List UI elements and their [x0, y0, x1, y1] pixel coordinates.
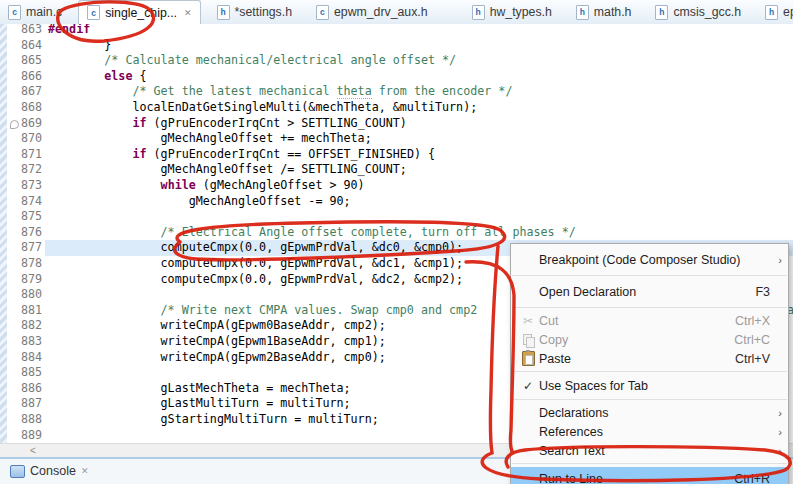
code-text: /* Get the latest mechanical theta from … — [48, 84, 512, 100]
cut-icon: ✂ — [517, 314, 539, 328]
line-number[interactable]: 866 — [8, 69, 42, 85]
line-number[interactable]: 868 — [8, 100, 42, 116]
menu-item-open-declaration[interactable]: Open DeclarationF3 — [511, 279, 788, 304]
menu-item-label: Use Spaces for Tab — [539, 379, 770, 393]
line-number[interactable]: 872 — [8, 162, 42, 178]
line-number[interactable]: 886 — [8, 381, 42, 397]
code-line-869[interactable]: 869 if (gPruEncoderIrqCnt > SETTLING_COU… — [0, 116, 793, 132]
code-line-863[interactable]: 863#endif — [0, 24, 793, 38]
menu-item-cut: ✂CutCtrl+X — [511, 311, 788, 330]
file-h-icon: h — [655, 5, 668, 20]
line-number[interactable]: 887 — [8, 396, 42, 412]
line-number[interactable]: 871 — [8, 147, 42, 163]
console-tab-label: Console — [30, 464, 76, 478]
code-line-866[interactable]: 866 else { — [0, 69, 793, 85]
line-number[interactable]: 883 — [8, 334, 42, 350]
line-number[interactable]: 878 — [8, 256, 42, 272]
menu-item-label: Cut — [539, 314, 725, 328]
code-line-867[interactable]: 867 /* Get the latest mechanical theta f… — [0, 84, 793, 100]
line-number[interactable]: 863 — [8, 24, 42, 38]
line-number[interactable]: 870 — [8, 131, 42, 147]
console-icon — [10, 465, 25, 478]
editor-tab-hw-types-h[interactable]: hhw_types.h — [464, 0, 560, 24]
code-text: writeCmpA(gEpwm0BaseAddr, cmp2); — [48, 318, 386, 334]
menu-item-shortcut: Ctrl+V — [735, 352, 770, 366]
file-h-icon: h — [472, 5, 485, 20]
code-line-870[interactable]: 870 gMechAngleOffset += mechTheta; — [0, 131, 793, 147]
code-line-871[interactable]: 871 if (gPruEncoderIrqCnt == OFFSET_FINI… — [0, 147, 793, 163]
line-number[interactable]: 889 — [8, 428, 42, 443]
tab-label: single_chip... — [105, 6, 177, 20]
line-number[interactable]: 876 — [8, 225, 42, 241]
code-line-876[interactable]: 876 /* Electrical Angle offset complete,… — [0, 225, 793, 241]
editor-tab--settings-h[interactable]: h*settings.h — [209, 0, 300, 24]
code-text: writeCmpA(gEpwm2BaseAddr, cmp0); — [48, 350, 386, 366]
code-text: computeCmpx(0.0, gEpwmPrdVal, &dc1, &cmp… — [48, 256, 463, 272]
code-text: while (gMechAngleOffset > 90) — [48, 178, 365, 194]
line-number[interactable]: 867 — [8, 84, 42, 100]
code-line-874[interactable]: 874 gMechAngleOffset -= 90; — [0, 194, 793, 210]
menu-item-breakpoint-code-composer-studio-[interactable]: Breakpoint (Code Composer Studio)› — [511, 247, 788, 272]
menu-item-run-to-line[interactable]: Run to LineCtrl+R — [511, 467, 788, 484]
tab-console[interactable]: Console ✕ — [2, 461, 96, 481]
line-number[interactable]: 877 — [8, 240, 42, 256]
menu-separator — [512, 399, 787, 400]
menu-item-use-spaces-for-tab[interactable]: ✓Use Spaces for Tab — [511, 375, 788, 396]
code-text: gMechAngleOffset /= SETTLING_COUNT; — [48, 162, 407, 178]
line-number[interactable]: 865 — [8, 53, 42, 69]
editor-tab-epwm-drv-aux-h[interactable]: hepwm_drv_aux.h — [757, 0, 793, 24]
file-c-icon: c — [87, 5, 100, 20]
code-line-865[interactable]: 865 /* Calculate mechanical/electrical a… — [0, 53, 793, 69]
close-icon[interactable]: ✕ — [81, 466, 89, 476]
editor-tab-math-h[interactable]: hmath.h — [568, 0, 640, 24]
code-text: /* Electrical Angle offset complete, tur… — [48, 225, 576, 241]
submenu-arrow-icon: › — [770, 445, 782, 457]
line-number[interactable]: 882 — [8, 318, 42, 334]
file-h-icon: h — [765, 5, 778, 20]
line-number[interactable]: 874 — [8, 194, 42, 210]
editor-tab-cmsis-gcc-h[interactable]: hcmsis_gcc.h — [647, 0, 749, 24]
file-c-icon: c — [8, 5, 21, 20]
code-text: computeCmpx(0.0, gEpwmPrdVal, &dc2, &cmp… — [48, 272, 463, 288]
editor-tab-single-chip-[interactable]: csingle_chip...✕ — [78, 0, 200, 24]
menu-item-label: Copy — [539, 333, 724, 347]
line-number[interactable]: 884 — [8, 350, 42, 366]
file-c-icon: c — [316, 5, 329, 20]
line-number[interactable]: 885 — [8, 365, 42, 381]
code-text: /* Write next CMPA values. Swap cmp0 and… — [48, 303, 477, 319]
line-number[interactable]: 881 — [8, 303, 42, 319]
file-h-icon: h — [217, 5, 230, 20]
line-number[interactable]: 880 — [8, 287, 42, 303]
menu-item-declarations[interactable]: Declarations› — [511, 403, 788, 422]
context-menu: Breakpoint (Code Composer Studio)›Open D… — [510, 243, 789, 484]
code-line-868[interactable]: 868 localEnDatGetSingleMulti(&mechTheta,… — [0, 100, 793, 116]
code-line-872[interactable]: 872 gMechAngleOffset /= SETTLING_COUNT; — [0, 162, 793, 178]
code-line-864[interactable]: 864 } — [0, 38, 793, 54]
paste-icon — [517, 351, 539, 366]
code-text: else { — [48, 69, 147, 85]
tab-label: epwm_drv_aux.h — [334, 5, 428, 19]
code-line-873[interactable]: 873 while (gMechAngleOffset > 90) — [0, 178, 793, 194]
line-number[interactable]: 888 — [8, 412, 42, 428]
line-number[interactable]: 864 — [8, 38, 42, 54]
tab-label: main.c — [26, 5, 62, 19]
menu-item-label: Run to Line — [539, 472, 724, 484]
scroll-left-arrow-icon[interactable]: < — [30, 445, 36, 456]
line-number[interactable]: 875 — [8, 209, 42, 225]
editor-tab-epwm-drv-aux-h[interactable]: cepwm_drv_aux.h — [308, 0, 436, 24]
code-text: gStartingMultiTurn = multiTurn; — [48, 412, 379, 428]
tab-label: math.h — [594, 5, 632, 19]
close-icon[interactable]: ✕ — [184, 8, 192, 18]
menu-item-search-text[interactable]: Search Text› — [511, 441, 788, 460]
menu-separator — [512, 371, 787, 372]
code-text: computeCmpx(0.0, gEpwmPrdVal, &dc0, &cmp… — [48, 240, 463, 256]
submenu-arrow-icon: › — [770, 426, 782, 438]
code-line-875[interactable]: 875 — [0, 209, 793, 225]
menu-item-label: Open Declaration — [539, 285, 745, 299]
line-number[interactable]: 879 — [8, 272, 42, 288]
menu-item-references[interactable]: References› — [511, 422, 788, 441]
menu-item-paste[interactable]: PasteCtrl+V — [511, 349, 788, 368]
line-number[interactable]: 873 — [8, 178, 42, 194]
editor-tab-main-c[interactable]: cmain.c — [0, 0, 70, 24]
menu-item-label: Declarations — [539, 406, 770, 420]
